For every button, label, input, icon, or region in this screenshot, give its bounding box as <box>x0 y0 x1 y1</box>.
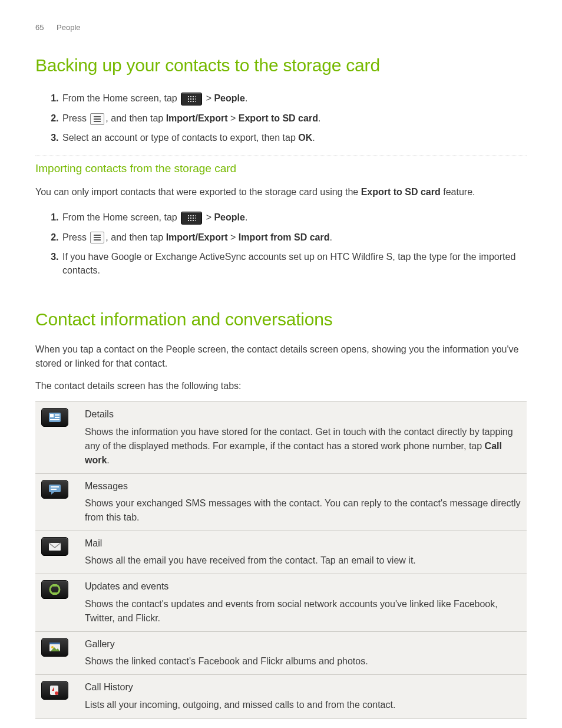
table-row: GalleryShows the linked contact's Facebo… <box>35 631 527 674</box>
page-header: 65 People <box>35 22 527 33</box>
tab-title: Messages <box>85 480 521 493</box>
tab-icon-cell <box>35 574 79 631</box>
tab-description: Shows the contact's updates and events f… <box>85 597 521 625</box>
import-steps-list: From the Home screen, tap > People. Pres… <box>35 207 527 280</box>
tab-title: Call History <box>85 681 521 694</box>
heading-contact-info: Contact information and conversations <box>35 307 527 332</box>
callhistory-icon <box>41 681 68 700</box>
messages-icon <box>41 480 68 499</box>
tab-title: Gallery <box>85 638 521 651</box>
tab-icon-cell <box>35 402 79 473</box>
apps-grid-icon <box>181 212 202 225</box>
table-row: Call HistoryLists all your incoming, out… <box>35 675 527 718</box>
backup-steps-list: From the Home screen, tap > People. Pres… <box>35 88 527 147</box>
list-item: Press , and then tap Import/Export > Imp… <box>61 228 527 247</box>
tab-title: Updates and events <box>85 580 521 593</box>
tab-description: Shows all the email you have received fr… <box>85 554 521 568</box>
contact-paragraph-1: When you tap a contact on the People scr… <box>35 342 527 371</box>
menu-icon <box>90 232 104 243</box>
list-item: From the Home screen, tap > People. <box>61 207 527 228</box>
details-icon <box>41 408 68 427</box>
tab-text-cell: MessagesShows your exchanged SMS message… <box>79 473 527 531</box>
heading-backup: Backing up your contacts to the storage … <box>35 53 527 78</box>
list-item: If you have Google or Exchange ActiveSyn… <box>61 247 527 280</box>
mail-icon <box>41 537 68 556</box>
tab-text-cell: GalleryShows the linked contact's Facebo… <box>79 631 527 674</box>
tab-title: Mail <box>85 537 521 550</box>
tab-text-cell: Updates and eventsShows the contact's up… <box>79 574 527 631</box>
tab-icon-cell <box>35 675 79 718</box>
tab-text-cell: MailShows all the email you have receive… <box>79 531 527 574</box>
list-item: Press , and then tap Import/Export > Exp… <box>61 108 527 128</box>
updates-icon <box>41 580 68 599</box>
tab-description: Shows the linked contact's Facebook and … <box>85 654 521 668</box>
tab-description: Lists all your incoming, outgoing, and m… <box>85 698 521 712</box>
tab-icon-cell <box>35 473 79 531</box>
menu-icon <box>90 113 104 125</box>
section-name: People <box>57 23 80 32</box>
tab-title: Details <box>85 408 521 421</box>
page-number: 65 <box>35 23 44 32</box>
contact-paragraph-2: The contact details screen has the follo… <box>35 379 527 393</box>
gallery-icon <box>41 638 68 657</box>
list-item: From the Home screen, tap > People. <box>61 88 527 108</box>
table-row: Updates and eventsShows the contact's up… <box>35 574 527 631</box>
table-row: MailShows all the email you have receive… <box>35 531 527 574</box>
tabs-table: DetailsShows the information you have st… <box>35 401 527 718</box>
table-row: MessagesShows your exchanged SMS message… <box>35 473 527 531</box>
tab-description: Shows your exchanged SMS messages with t… <box>85 496 521 525</box>
list-item: Select an account or type of contacts to… <box>61 128 527 147</box>
tab-icon-cell <box>35 531 79 574</box>
tab-icon-cell <box>35 631 79 674</box>
table-row: DetailsShows the information you have st… <box>35 402 527 473</box>
tab-text-cell: DetailsShows the information you have st… <box>79 402 527 473</box>
apps-grid-icon <box>181 93 202 106</box>
heading-import: Importing contacts from the storage card <box>35 156 527 179</box>
tab-text-cell: Call HistoryLists all your incoming, out… <box>79 675 527 718</box>
import-intro: You can only import contacts that were e… <box>35 185 527 199</box>
tab-description: Shows the information you have stored fo… <box>85 425 521 467</box>
